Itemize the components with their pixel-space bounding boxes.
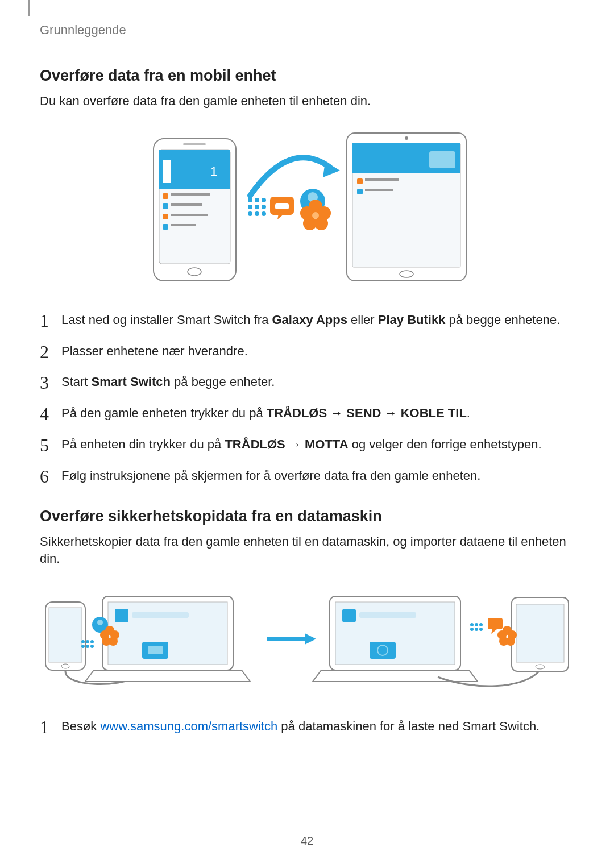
svg-rect-86 xyxy=(488,618,503,629)
svg-marker-70 xyxy=(305,633,316,645)
svg-rect-14 xyxy=(183,143,206,145)
figure-transfer-mobile: 1 ———— xyxy=(40,127,574,289)
svg-rect-5 xyxy=(163,193,168,199)
step-3: Start Smart Switch på begge enheter. xyxy=(40,373,574,391)
svg-point-92 xyxy=(497,630,507,639)
svg-point-22 xyxy=(248,211,252,216)
svg-rect-44 xyxy=(365,189,393,191)
step-5: På enheten din trykker du på TRÅDLØS → M… xyxy=(40,436,574,454)
svg-point-66 xyxy=(81,645,85,648)
svg-point-18 xyxy=(262,198,266,202)
svg-point-21 xyxy=(262,205,266,209)
svg-point-62 xyxy=(100,630,109,639)
svg-point-40 xyxy=(405,136,408,140)
svg-point-63 xyxy=(81,640,85,643)
svg-marker-87 xyxy=(491,629,497,634)
figure-transfer-pc xyxy=(40,585,574,695)
svg-rect-41 xyxy=(357,178,363,184)
svg-rect-27 xyxy=(275,203,289,209)
svg-point-68 xyxy=(90,645,94,648)
section2-heading: Overføre sikkerhetskopidata fra en datam… xyxy=(40,508,574,525)
svg-rect-73 xyxy=(342,609,356,622)
section2-intro: Sikkerhetskopier data fra den gamle enhe… xyxy=(40,533,574,568)
section2-steps: Besøk www.samsung.com/smartswitch på dat… xyxy=(40,718,574,736)
page-number: 42 xyxy=(0,834,614,848)
svg-point-83 xyxy=(470,628,474,631)
svg-point-24 xyxy=(262,211,266,216)
svg-rect-9 xyxy=(163,214,168,219)
svg-point-57 xyxy=(97,620,103,625)
svg-rect-55 xyxy=(148,646,163,654)
svg-point-67 xyxy=(86,645,89,648)
svg-rect-7 xyxy=(163,203,168,209)
svg-rect-43 xyxy=(357,189,363,194)
smartswitch-link[interactable]: www.samsung.com/smartswitch xyxy=(100,719,277,733)
step-4: På den gamle enheten trykker du på TRÅDL… xyxy=(40,405,574,422)
section1-heading: Overføre data fra en mobil enhet xyxy=(40,67,574,85)
svg-rect-10 xyxy=(171,214,208,216)
step-6: Følg instruksjonene på skjermen for å ov… xyxy=(40,467,574,485)
svg-point-82 xyxy=(479,623,483,626)
svg-point-16 xyxy=(248,198,252,202)
svg-point-20 xyxy=(255,205,259,209)
section1-steps: Last ned og installer Smart Switch fra G… xyxy=(40,312,574,485)
svg-rect-8 xyxy=(171,203,202,206)
svg-rect-42 xyxy=(365,178,399,181)
svg-rect-11 xyxy=(163,224,168,230)
svg-rect-39 xyxy=(429,151,455,168)
breadcrumb: Grunnleggende xyxy=(40,23,574,38)
svg-point-19 xyxy=(248,205,252,209)
svg-point-80 xyxy=(470,623,474,626)
svg-point-64 xyxy=(86,640,89,643)
svg-point-23 xyxy=(255,211,259,216)
svg-rect-74 xyxy=(359,612,416,618)
svg-text:————: ———— xyxy=(364,203,382,208)
svg-rect-48 xyxy=(49,608,82,662)
svg-point-84 xyxy=(475,628,478,631)
svg-point-81 xyxy=(475,623,478,626)
svg-rect-78 xyxy=(516,604,564,662)
section1-intro: Du kan overføre data fra den gamle enhet… xyxy=(40,93,574,110)
svg-rect-53 xyxy=(132,612,189,618)
svg-rect-12 xyxy=(171,224,196,226)
step-2: Plasser enhetene nær hverandre. xyxy=(40,343,574,360)
svg-point-65 xyxy=(90,640,94,643)
svg-marker-15 xyxy=(323,161,340,177)
svg-point-17 xyxy=(255,198,259,202)
svg-rect-52 xyxy=(115,609,128,622)
step-1: Last ned og installer Smart Switch fra G… xyxy=(40,312,574,329)
svg-point-34 xyxy=(300,206,314,220)
step-1: Besøk www.samsung.com/smartswitch på dat… xyxy=(40,718,574,736)
svg-point-35 xyxy=(312,212,319,219)
svg-rect-3 xyxy=(163,160,171,183)
svg-point-85 xyxy=(479,628,483,631)
svg-text:1: 1 xyxy=(210,164,217,178)
svg-rect-6 xyxy=(171,193,210,196)
svg-rect-75 xyxy=(370,642,396,659)
